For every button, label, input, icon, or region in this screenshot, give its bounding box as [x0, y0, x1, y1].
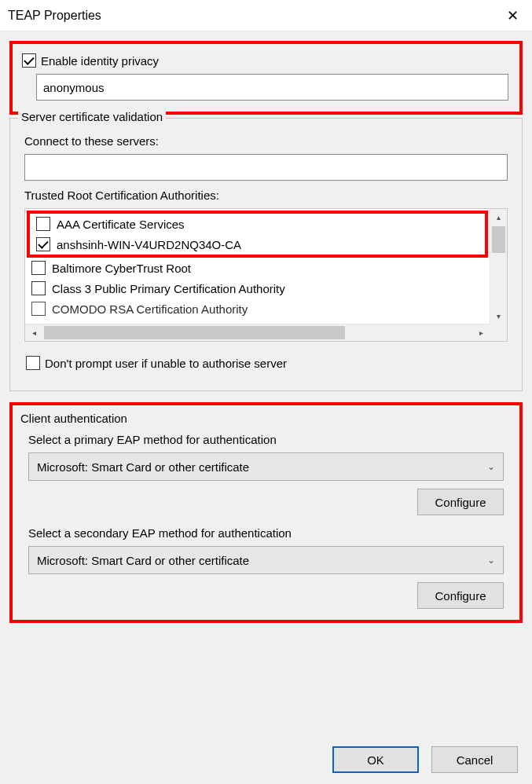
- ca-item[interactable]: AAA Certificate Services: [30, 214, 485, 234]
- connect-to-servers-input[interactable]: [24, 154, 508, 181]
- ca-checkbox[interactable]: [31, 261, 46, 275]
- dont-prompt-checkbox[interactable]: [26, 356, 40, 370]
- configure-label: Configure: [435, 496, 486, 509]
- client-auth-legend: Client authentication: [20, 412, 512, 425]
- horizontal-scrollbar[interactable]: ◂ ▸: [25, 324, 490, 341]
- chevron-down-icon: ⌄: [487, 555, 495, 566]
- secondary-eap-label: Select a secondary EAP method for authen…: [28, 526, 512, 540]
- ca-name: COMODO RSA Certification Authority: [52, 302, 248, 316]
- primary-eap-label: Select a primary EAP method for authenti…: [28, 433, 512, 446]
- enable-identity-privacy-checkbox[interactable]: [22, 53, 36, 68]
- enable-identity-privacy-label: Enable identity privacy: [41, 54, 159, 68]
- scroll-left-arrow-icon[interactable]: ◂: [25, 324, 42, 341]
- ca-item[interactable]: COMODO RSA Certification Authority: [25, 299, 490, 319]
- ca-item[interactable]: anshsinh-WIN-V4URD2NQ34O-CA: [30, 234, 485, 255]
- ca-checkbox[interactable]: [36, 217, 50, 231]
- server-certificate-validation-group: Server certificate validation Connect to…: [9, 118, 523, 391]
- trusted-root-listbox[interactable]: AAA Certificate Services anshsinh-WIN-V4…: [24, 208, 508, 342]
- primary-configure-button[interactable]: Configure: [417, 489, 504, 515]
- teap-properties-dialog: TEAP Properties ✕ Enable identity privac…: [0, 0, 532, 784]
- close-icon: ✕: [507, 7, 519, 24]
- chevron-down-icon: ⌄: [487, 461, 495, 472]
- primary-eap-value: Microsoft: Smart Card or other certifica…: [37, 460, 249, 474]
- ca-item[interactable]: Class 3 Public Primary Certification Aut…: [25, 278, 490, 299]
- highlighted-cas: AAA Certificate Services anshsinh-WIN-V4…: [27, 211, 488, 258]
- hscroll-thumb[interactable]: [44, 326, 345, 339]
- dialog-footer: OK Cancel: [332, 746, 518, 773]
- secondary-eap-dropdown[interactable]: Microsoft: Smart Card or other certifica…: [28, 546, 504, 574]
- scroll-corner: [490, 324, 507, 341]
- identity-privacy-input[interactable]: [36, 74, 508, 101]
- ca-checkbox[interactable]: [36, 237, 50, 251]
- primary-eap-dropdown[interactable]: Microsoft: Smart Card or other certifica…: [28, 452, 504, 481]
- hscroll-track[interactable]: [42, 324, 472, 341]
- ca-name: AAA Certificate Services: [57, 218, 185, 231]
- identity-privacy-group: Enable identity privacy: [9, 41, 523, 115]
- ca-name: Baltimore CyberTrust Root: [52, 262, 191, 275]
- secondary-configure-button[interactable]: Configure: [417, 582, 504, 609]
- vertical-scrollbar[interactable]: ▴ ▾: [490, 209, 507, 324]
- ok-label: OK: [367, 753, 384, 767]
- cancel-label: Cancel: [457, 753, 493, 767]
- ca-checkbox[interactable]: [31, 302, 46, 316]
- cancel-button[interactable]: Cancel: [431, 746, 518, 773]
- scroll-up-arrow-icon[interactable]: ▴: [490, 209, 507, 225]
- client-authentication-group: Client authentication Select a primary E…: [9, 402, 523, 623]
- connect-to-servers-label: Connect to these servers:: [24, 134, 508, 148]
- ca-name: anshsinh-WIN-V4URD2NQ34O-CA: [57, 238, 241, 251]
- scroll-right-arrow-icon[interactable]: ▸: [472, 324, 490, 341]
- dont-prompt-label: Don't prompt user if unable to authorise…: [45, 357, 287, 370]
- vscroll-thumb[interactable]: [492, 226, 505, 253]
- secondary-eap-value: Microsoft: Smart Card or other certifica…: [37, 554, 249, 567]
- vscroll-track[interactable]: [490, 225, 507, 308]
- trusted-root-label: Trusted Root Certification Authorities:: [24, 189, 508, 202]
- ca-name: Class 3 Public Primary Certification Aut…: [52, 282, 285, 295]
- ca-checkbox[interactable]: [31, 281, 46, 295]
- titlebar: TEAP Properties ✕: [0, 0, 532, 31]
- ca-item[interactable]: Baltimore CyberTrust Root: [25, 258, 490, 278]
- window-title: TEAP Properties: [8, 9, 101, 23]
- close-button[interactable]: ✕: [493, 0, 532, 31]
- configure-label: Configure: [435, 589, 486, 603]
- ok-button[interactable]: OK: [332, 746, 419, 773]
- server-validation-legend: Server certificate validation: [18, 110, 166, 123]
- scroll-down-arrow-icon[interactable]: ▾: [490, 308, 507, 324]
